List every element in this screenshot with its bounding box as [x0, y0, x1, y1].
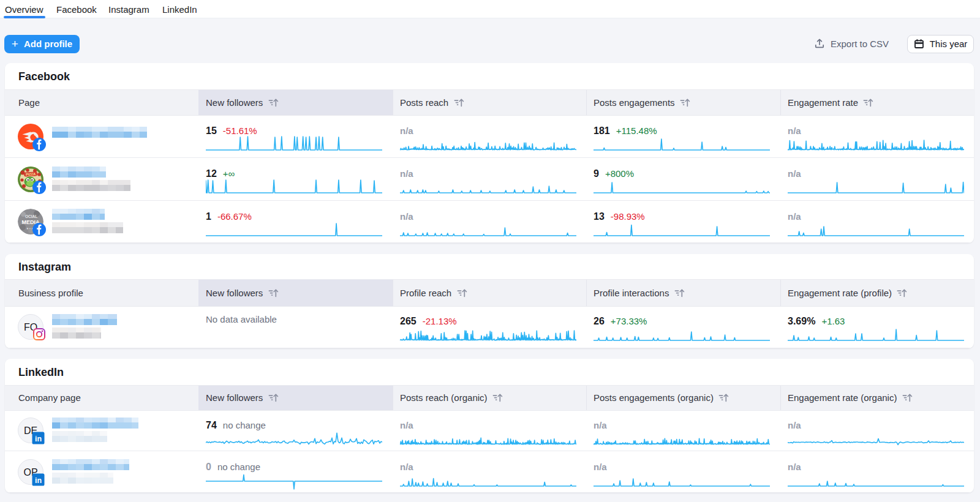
- svg-text:OCIAL: OCIAL: [25, 214, 37, 219]
- svg-text:in: in: [35, 435, 42, 443]
- svg-text:PIZZA: PIZZA: [26, 171, 36, 176]
- svg-text:in: in: [35, 476, 42, 485]
